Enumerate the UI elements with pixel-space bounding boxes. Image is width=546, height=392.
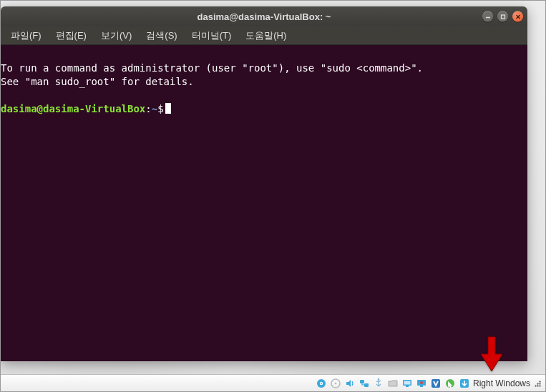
menu-help[interactable]: 도움말(H) bbox=[238, 27, 293, 44]
minimize-button[interactable] bbox=[482, 11, 493, 22]
display-icon[interactable] bbox=[401, 377, 414, 389]
hostkey-down-icon[interactable] bbox=[459, 377, 471, 389]
hard-disk-icon[interactable] bbox=[316, 377, 328, 389]
terminal-output-line: To run a command as administrator (user … bbox=[1, 62, 423, 74]
hostkey-label: Right Windows bbox=[473, 378, 530, 388]
close-button[interactable] bbox=[512, 11, 523, 22]
mouse-integration-icon[interactable] bbox=[444, 377, 457, 389]
vbox-icon[interactable] bbox=[430, 377, 442, 389]
svg-point-6 bbox=[321, 383, 323, 384]
menu-search[interactable]: 검색(S) bbox=[139, 27, 184, 44]
svg-point-8 bbox=[335, 382, 337, 384]
terminal-cursor bbox=[165, 103, 171, 114]
record-icon[interactable] bbox=[416, 377, 428, 389]
shared-folder-icon[interactable] bbox=[387, 377, 399, 389]
prompt-symbol: $ bbox=[157, 103, 163, 114]
window-titlebar[interactable]: dasima@dasima-VirtualBox: ~ bbox=[1, 6, 527, 26]
svg-rect-13 bbox=[404, 381, 411, 384]
svg-rect-17 bbox=[420, 386, 423, 387]
svg-rect-14 bbox=[406, 386, 409, 387]
maximize-button[interactable] bbox=[497, 11, 508, 22]
window-controls bbox=[482, 11, 523, 22]
audio-icon[interactable] bbox=[344, 377, 356, 389]
menu-file[interactable]: 파일(F) bbox=[4, 27, 49, 44]
prompt-userhost: dasima@dasima-VirtualBox bbox=[1, 103, 145, 114]
terminal-output-line: See "man sudo_root" for details. bbox=[1, 76, 194, 87]
svg-rect-10 bbox=[364, 383, 369, 387]
terminal-prompt: dasima@dasima-VirtualBox:~$ bbox=[1, 103, 171, 114]
terminal-body[interactable]: To run a command as administrator (user … bbox=[1, 45, 527, 361]
menu-view[interactable]: 보기(V) bbox=[94, 27, 139, 44]
menu-terminal[interactable]: 터미널(T) bbox=[185, 27, 239, 44]
usb-icon[interactable] bbox=[373, 377, 385, 389]
menu-edit[interactable]: 편집(E) bbox=[49, 27, 94, 44]
svg-rect-9 bbox=[360, 380, 364, 383]
virtualbox-statusbar: Right Windows bbox=[1, 374, 545, 391]
resize-grip-icon[interactable] bbox=[534, 380, 541, 387]
prompt-colon: : bbox=[145, 103, 151, 114]
svg-point-11 bbox=[378, 378, 380, 380]
network-icon[interactable] bbox=[359, 377, 371, 389]
terminal-window: dasima@dasima-VirtualBox: ~ 파일(F) 편집(E) … bbox=[1, 6, 527, 361]
prompt-path: ~ bbox=[152, 103, 157, 114]
svg-point-16 bbox=[420, 381, 423, 384]
svg-rect-1 bbox=[501, 15, 504, 19]
cd-icon[interactable] bbox=[330, 377, 342, 389]
menubar: 파일(F) 편집(E) 보기(V) 검색(S) 터미널(T) 도움말(H) bbox=[1, 26, 527, 45]
pointer-arrow-icon bbox=[479, 335, 504, 373]
window-title: dasima@dasima-VirtualBox: ~ bbox=[198, 11, 331, 22]
